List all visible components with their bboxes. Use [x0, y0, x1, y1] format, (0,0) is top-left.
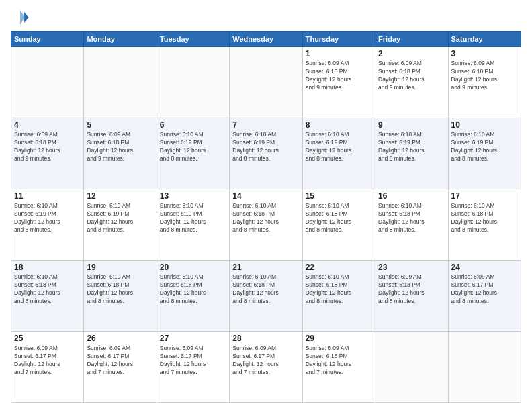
calendar-cell: 22Sunrise: 6:10 AM Sunset: 6:18 PM Dayli… — [302, 261, 375, 332]
calendar-cell: 4Sunrise: 6:09 AM Sunset: 6:18 PM Daylig… — [11, 118, 84, 189]
calendar-cell: 1Sunrise: 6:09 AM Sunset: 6:18 PM Daylig… — [302, 47, 375, 118]
day-number: 5 — [87, 120, 153, 130]
calendar-cell: 27Sunrise: 6:09 AM Sunset: 6:17 PM Dayli… — [157, 332, 229, 403]
col-header-sunday: Sunday — [11, 32, 84, 47]
calendar-cell: 2Sunrise: 6:09 AM Sunset: 6:18 PM Daylig… — [375, 47, 448, 118]
calendar-cell: 29Sunrise: 6:09 AM Sunset: 6:16 PM Dayli… — [302, 332, 375, 403]
day-number: 28 — [232, 334, 299, 343]
day-info: Sunrise: 6:09 AM Sunset: 6:17 PM Dayligh… — [160, 345, 226, 377]
day-info: Sunrise: 6:10 AM Sunset: 6:18 PM Dayligh… — [160, 273, 226, 306]
calendar-cell: 12Sunrise: 6:10 AM Sunset: 6:19 PM Dayli… — [84, 189, 157, 261]
calendar-cell — [375, 332, 448, 403]
calendar-cell: 26Sunrise: 6:09 AM Sunset: 6:17 PM Dayli… — [84, 332, 157, 403]
header — [11, 8, 521, 27]
logo-icon — [11, 8, 30, 27]
day-number: 10 — [451, 120, 518, 130]
calendar-cell: 25Sunrise: 6:09 AM Sunset: 6:17 PM Dayli… — [11, 332, 84, 403]
day-number: 3 — [451, 49, 518, 58]
calendar-cell: 15Sunrise: 6:10 AM Sunset: 6:18 PM Dayli… — [302, 189, 375, 261]
col-header-saturday: Saturday — [448, 32, 521, 47]
day-info: Sunrise: 6:09 AM Sunset: 6:17 PM Dayligh… — [14, 345, 81, 377]
day-info: Sunrise: 6:10 AM Sunset: 6:18 PM Dayligh… — [378, 202, 445, 234]
day-number: 13 — [160, 191, 226, 201]
calendar-cell: 20Sunrise: 6:10 AM Sunset: 6:18 PM Dayli… — [157, 261, 229, 332]
page: SundayMondayTuesdayWednesdayThursdayFrid… — [0, 0, 532, 411]
day-info: Sunrise: 6:10 AM Sunset: 6:18 PM Dayligh… — [14, 273, 81, 306]
calendar-cell: 10Sunrise: 6:10 AM Sunset: 6:19 PM Dayli… — [448, 118, 521, 189]
logo — [11, 8, 32, 27]
day-number: 21 — [232, 263, 299, 272]
col-header-friday: Friday — [375, 32, 448, 47]
day-info: Sunrise: 6:10 AM Sunset: 6:18 PM Dayligh… — [87, 273, 153, 306]
calendar-cell: 14Sunrise: 6:10 AM Sunset: 6:18 PM Dayli… — [230, 189, 302, 261]
calendar-cell: 5Sunrise: 6:09 AM Sunset: 6:18 PM Daylig… — [84, 118, 157, 189]
day-number: 9 — [378, 120, 445, 130]
calendar-cell: 7Sunrise: 6:10 AM Sunset: 6:19 PM Daylig… — [230, 118, 302, 189]
calendar-cell — [230, 47, 302, 118]
col-header-thursday: Thursday — [302, 32, 375, 47]
day-number: 6 — [160, 120, 226, 130]
col-header-wednesday: Wednesday — [230, 32, 302, 47]
day-info: Sunrise: 6:09 AM Sunset: 6:18 PM Dayligh… — [378, 273, 445, 306]
day-number: 25 — [14, 334, 81, 343]
calendar-cell — [84, 47, 157, 118]
day-info: Sunrise: 6:10 AM Sunset: 6:18 PM Dayligh… — [306, 202, 372, 234]
day-info: Sunrise: 6:10 AM Sunset: 6:18 PM Dayligh… — [232, 202, 299, 234]
day-info: Sunrise: 6:10 AM Sunset: 6:19 PM Dayligh… — [160, 202, 226, 234]
day-number: 26 — [87, 334, 153, 343]
day-number: 12 — [87, 191, 153, 201]
day-number: 19 — [87, 263, 153, 272]
day-info: Sunrise: 6:10 AM Sunset: 6:19 PM Dayligh… — [232, 131, 299, 163]
calendar-cell: 17Sunrise: 6:10 AM Sunset: 6:18 PM Dayli… — [448, 189, 521, 261]
day-info: Sunrise: 6:10 AM Sunset: 6:19 PM Dayligh… — [306, 131, 372, 163]
calendar-week-5: 25Sunrise: 6:09 AM Sunset: 6:17 PM Dayli… — [11, 332, 521, 403]
day-info: Sunrise: 6:10 AM Sunset: 6:18 PM Dayligh… — [306, 273, 372, 306]
calendar-cell: 3Sunrise: 6:09 AM Sunset: 6:18 PM Daylig… — [448, 47, 521, 118]
calendar-cell — [448, 332, 521, 403]
calendar-cell: 19Sunrise: 6:10 AM Sunset: 6:18 PM Dayli… — [84, 261, 157, 332]
day-info: Sunrise: 6:10 AM Sunset: 6:19 PM Dayligh… — [378, 131, 445, 163]
calendar-cell: 21Sunrise: 6:10 AM Sunset: 6:18 PM Dayli… — [230, 261, 302, 332]
day-info: Sunrise: 6:09 AM Sunset: 6:17 PM Dayligh… — [87, 345, 153, 377]
day-info: Sunrise: 6:10 AM Sunset: 6:19 PM Dayligh… — [451, 131, 518, 163]
calendar-header-row: SundayMondayTuesdayWednesdayThursdayFrid… — [11, 32, 521, 47]
day-number: 2 — [378, 49, 445, 58]
day-number: 24 — [451, 263, 518, 272]
day-number: 14 — [232, 191, 299, 201]
day-info: Sunrise: 6:09 AM Sunset: 6:18 PM Dayligh… — [378, 60, 445, 92]
calendar-cell: 16Sunrise: 6:10 AM Sunset: 6:18 PM Dayli… — [375, 189, 448, 261]
day-info: Sunrise: 6:09 AM Sunset: 6:18 PM Dayligh… — [14, 131, 81, 163]
calendar-cell: 23Sunrise: 6:09 AM Sunset: 6:18 PM Dayli… — [375, 261, 448, 332]
day-info: Sunrise: 6:10 AM Sunset: 6:19 PM Dayligh… — [160, 131, 226, 163]
day-number: 11 — [14, 191, 81, 201]
day-info: Sunrise: 6:09 AM Sunset: 6:16 PM Dayligh… — [306, 345, 372, 377]
calendar-cell: 6Sunrise: 6:10 AM Sunset: 6:19 PM Daylig… — [157, 118, 229, 189]
day-number: 18 — [14, 263, 81, 272]
day-number: 29 — [306, 334, 372, 343]
day-info: Sunrise: 6:09 AM Sunset: 6:17 PM Dayligh… — [232, 345, 299, 377]
calendar-cell: 18Sunrise: 6:10 AM Sunset: 6:18 PM Dayli… — [11, 261, 84, 332]
day-info: Sunrise: 6:09 AM Sunset: 6:18 PM Dayligh… — [306, 60, 372, 92]
col-header-monday: Monday — [84, 32, 157, 47]
calendar-cell: 9Sunrise: 6:10 AM Sunset: 6:19 PM Daylig… — [375, 118, 448, 189]
day-number: 22 — [306, 263, 372, 272]
day-number: 4 — [14, 120, 81, 130]
col-header-tuesday: Tuesday — [157, 32, 229, 47]
day-number: 17 — [451, 191, 518, 201]
day-number: 15 — [306, 191, 372, 201]
calendar-cell: 8Sunrise: 6:10 AM Sunset: 6:19 PM Daylig… — [302, 118, 375, 189]
day-number: 8 — [306, 120, 372, 130]
day-number: 16 — [378, 191, 445, 201]
calendar-week-1: 1Sunrise: 6:09 AM Sunset: 6:18 PM Daylig… — [11, 47, 521, 118]
calendar-cell: 11Sunrise: 6:10 AM Sunset: 6:19 PM Dayli… — [11, 189, 84, 261]
day-number: 20 — [160, 263, 226, 272]
calendar-week-4: 18Sunrise: 6:10 AM Sunset: 6:18 PM Dayli… — [11, 261, 521, 332]
calendar-cell: 13Sunrise: 6:10 AM Sunset: 6:19 PM Dayli… — [157, 189, 229, 261]
day-number: 7 — [232, 120, 299, 130]
day-number: 27 — [160, 334, 226, 343]
calendar-cell — [157, 47, 229, 118]
day-info: Sunrise: 6:09 AM Sunset: 6:17 PM Dayligh… — [451, 273, 518, 306]
calendar-week-2: 4Sunrise: 6:09 AM Sunset: 6:18 PM Daylig… — [11, 118, 521, 189]
day-info: Sunrise: 6:09 AM Sunset: 6:18 PM Dayligh… — [451, 60, 518, 92]
day-info: Sunrise: 6:10 AM Sunset: 6:19 PM Dayligh… — [87, 202, 153, 234]
